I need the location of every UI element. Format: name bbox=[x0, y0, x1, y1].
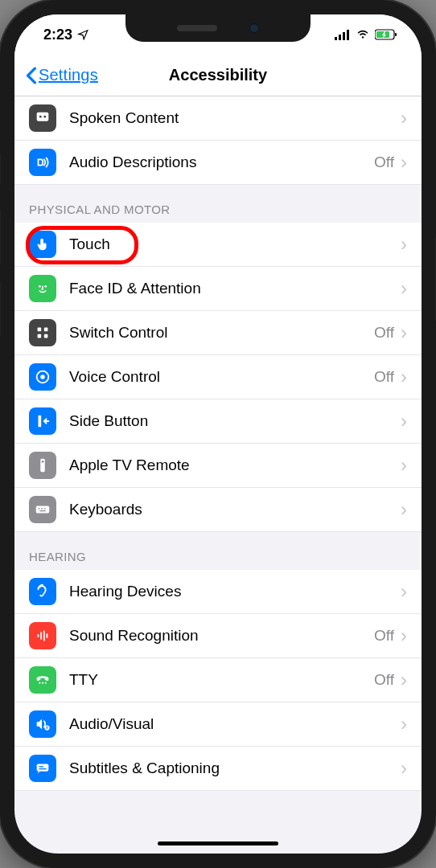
row-apple-tv-remote[interactable]: Apple TV Remote › bbox=[14, 444, 422, 488]
row-label: Face ID & Attention bbox=[69, 280, 401, 297]
audio-visual-icon bbox=[29, 710, 56, 738]
chevron-right-icon: › bbox=[401, 410, 407, 432]
svg-rect-14 bbox=[38, 334, 42, 338]
chevron-right-icon: › bbox=[401, 713, 407, 735]
svg-rect-13 bbox=[44, 328, 48, 332]
svg-rect-26 bbox=[38, 634, 39, 637]
row-label: Keyboards bbox=[69, 501, 401, 518]
chevron-right-icon: › bbox=[401, 366, 407, 388]
row-value: Off bbox=[374, 671, 394, 689]
cellular-icon bbox=[335, 29, 351, 40]
row-hearing-devices[interactable]: Hearing Devices › bbox=[14, 570, 422, 614]
side-button-icon bbox=[29, 407, 56, 435]
row-value: Off bbox=[374, 324, 394, 342]
row-label: Sound Recognition bbox=[69, 627, 374, 645]
chevron-right-icon: › bbox=[401, 233, 407, 256]
svg-rect-18 bbox=[39, 416, 42, 428]
svg-rect-2 bbox=[343, 32, 345, 40]
svg-rect-24 bbox=[44, 508, 46, 509]
row-voice-control[interactable]: Voice Control Off › bbox=[14, 355, 422, 399]
svg-rect-15 bbox=[44, 334, 48, 338]
row-value: Off bbox=[374, 368, 394, 386]
row-value: Off bbox=[374, 627, 394, 645]
chevron-right-icon: › bbox=[401, 454, 407, 477]
touch-icon bbox=[29, 231, 56, 258]
chevron-right-icon: › bbox=[401, 151, 407, 174]
svg-rect-28 bbox=[43, 631, 45, 641]
hearing-devices-icon bbox=[29, 578, 56, 605]
row-audio-descriptions[interactable]: Audio Descriptions Off › bbox=[14, 141, 422, 185]
chevron-right-icon: › bbox=[401, 669, 407, 691]
page-title: Accessibility bbox=[169, 66, 267, 84]
row-label: Touch bbox=[69, 235, 401, 253]
row-label: Side Button bbox=[69, 412, 401, 430]
tty-icon bbox=[29, 666, 56, 694]
svg-rect-31 bbox=[42, 682, 43, 684]
switch-control-icon bbox=[29, 319, 56, 346]
row-subtitles[interactable]: Subtitles & Captioning › bbox=[14, 747, 422, 791]
subtitles-icon bbox=[29, 755, 56, 782]
row-label: Audio/Visual bbox=[69, 715, 401, 733]
svg-point-10 bbox=[39, 285, 41, 288]
section-physical-motor: PHYSICAL AND MOTOR bbox=[14, 185, 422, 223]
row-label: TTY bbox=[69, 671, 374, 689]
chevron-right-icon: › bbox=[401, 757, 407, 780]
back-button[interactable]: Settings bbox=[26, 66, 98, 84]
svg-rect-21 bbox=[36, 506, 50, 513]
row-sound-recognition[interactable]: Sound Recognition Off › bbox=[14, 614, 422, 658]
svg-rect-29 bbox=[47, 633, 48, 638]
battery-icon bbox=[375, 29, 397, 40]
sound-recognition-icon bbox=[29, 622, 56, 649]
row-side-button[interactable]: Side Button › bbox=[14, 399, 422, 444]
svg-rect-27 bbox=[40, 632, 42, 639]
svg-rect-35 bbox=[37, 764, 49, 772]
status-time: 2:23 bbox=[43, 27, 72, 43]
row-tty[interactable]: TTY Off › bbox=[14, 658, 422, 702]
chevron-right-icon: › bbox=[401, 321, 407, 344]
settings-list: Spoken Content › Audio Descriptions Off … bbox=[14, 96, 422, 791]
svg-rect-30 bbox=[39, 682, 40, 684]
row-label: Apple TV Remote bbox=[69, 457, 401, 474]
chevron-right-icon: › bbox=[401, 624, 407, 647]
svg-rect-1 bbox=[339, 35, 341, 40]
svg-rect-32 bbox=[45, 682, 47, 684]
apple-tv-remote-icon bbox=[29, 452, 56, 479]
row-face-id[interactable]: Face ID & Attention › bbox=[14, 267, 422, 311]
row-label: Spoken Content bbox=[69, 109, 401, 127]
wifi-icon bbox=[356, 29, 370, 40]
chevron-right-icon: › bbox=[401, 498, 407, 521]
nav-bar: Settings Accessibility bbox=[14, 55, 422, 96]
svg-rect-23 bbox=[41, 508, 43, 509]
svg-rect-0 bbox=[335, 37, 337, 40]
svg-rect-12 bbox=[38, 328, 42, 332]
row-spoken-content[interactable]: Spoken Content › bbox=[14, 96, 422, 141]
spoken-content-icon bbox=[29, 104, 56, 132]
svg-rect-36 bbox=[39, 766, 43, 767]
section-hearing: HEARING bbox=[14, 532, 422, 570]
svg-point-8 bbox=[39, 116, 42, 118]
row-keyboards[interactable]: Keyboards › bbox=[14, 488, 422, 532]
row-label: Audio Descriptions bbox=[69, 154, 374, 171]
home-indicator[interactable] bbox=[158, 841, 278, 845]
svg-point-17 bbox=[40, 375, 45, 379]
voice-control-icon bbox=[29, 363, 56, 391]
back-label: Settings bbox=[39, 66, 98, 84]
svg-rect-6 bbox=[395, 33, 397, 36]
audio-descriptions-icon bbox=[29, 149, 56, 176]
row-audio-visual[interactable]: Audio/Visual › bbox=[14, 702, 422, 747]
row-touch[interactable]: Touch › bbox=[14, 223, 422, 267]
keyboards-icon bbox=[29, 496, 56, 523]
chevron-right-icon: › bbox=[401, 277, 407, 300]
row-switch-control[interactable]: Switch Control Off › bbox=[14, 311, 422, 355]
svg-point-11 bbox=[44, 285, 47, 288]
row-label: Hearing Devices bbox=[69, 583, 401, 600]
chevron-right-icon: › bbox=[401, 107, 407, 129]
row-label: Switch Control bbox=[69, 324, 374, 342]
svg-rect-37 bbox=[39, 768, 46, 769]
chevron-right-icon: › bbox=[401, 580, 407, 603]
chevron-left-icon bbox=[26, 67, 37, 84]
row-label: Voice Control bbox=[69, 368, 374, 386]
row-value: Off bbox=[374, 154, 394, 171]
svg-point-34 bbox=[47, 727, 48, 729]
face-id-icon bbox=[29, 275, 56, 302]
